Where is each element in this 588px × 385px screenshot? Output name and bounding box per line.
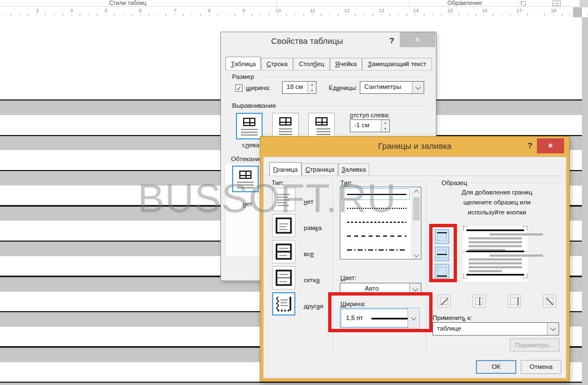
scrollbar-thumb[interactable] — [413, 197, 420, 221]
annotation-highlight-width — [328, 292, 433, 332]
help-icon[interactable]: ? — [389, 36, 394, 45]
dialog-launcher-icon[interactable] — [521, 1, 526, 6]
window-corner — [580, 0, 588, 6]
border-grid-icon — [275, 269, 292, 286]
cancel-button[interactable]: Отмена — [521, 360, 561, 374]
tab-page-edge — [225, 70, 433, 71]
preview-text-line — [469, 262, 522, 264]
scroll-down-button[interactable] — [412, 250, 421, 259]
tab-column[interactable]: Столбец — [293, 58, 330, 70]
ribbon-separator — [518, 0, 519, 6]
listbox-scrollbar[interactable] — [411, 187, 421, 259]
apply-to-label: Применить к: — [433, 314, 472, 321]
tab-table[interactable]: Таблица — [225, 57, 261, 70]
dotted-line-sample — [347, 208, 406, 209]
wrapping-group-label: Обтекание — [231, 156, 263, 162]
tab-row[interactable]: Строка — [261, 58, 293, 70]
setting-all-button[interactable] — [272, 240, 295, 263]
line-style-dotted[interactable] — [340, 201, 421, 215]
chevron-down-icon — [413, 286, 418, 291]
text-lines-icon — [241, 129, 258, 137]
diagonal-down-border-button[interactable] — [543, 294, 556, 308]
preview-group-label: Образец — [441, 179, 467, 186]
inside-vertical-icon — [479, 297, 480, 306]
spin-down-icon[interactable]: ▼ — [308, 89, 316, 92]
ruler-number: 12 — [343, 8, 351, 13]
text-lines-icon — [237, 182, 254, 190]
ruler-number: 4 — [68, 8, 76, 13]
diagonal-up-border-button[interactable] — [438, 294, 451, 308]
close-icon[interactable]: × — [537, 138, 564, 153]
help-icon[interactable]: ? — [527, 141, 532, 150]
close-icon[interactable]: × — [400, 32, 435, 47]
preview-instruction-line2: щелкните образец или — [433, 199, 561, 206]
align-left-button[interactable] — [236, 113, 263, 139]
color-value: Авто — [365, 285, 379, 292]
line-style-dash[interactable] — [340, 229, 421, 243]
wrap-none-button[interactable] — [232, 166, 259, 192]
right-border-button[interactable] — [507, 294, 521, 308]
width-spinner[interactable]: 18 см ▲▼ — [282, 81, 316, 94]
ruler-number: 3 — [33, 8, 41, 13]
line-style-solid[interactable] — [340, 187, 421, 201]
dotted-box-icon — [510, 297, 518, 305]
border-box-icon — [275, 217, 292, 234]
apply-to-dropdown[interactable]: таблице — [433, 322, 559, 336]
scroll-up-button[interactable] — [412, 187, 421, 196]
preview-text-line — [469, 258, 522, 261]
preview-inside-border[interactable] — [466, 251, 524, 252]
indent-label: отступ слева: — [350, 112, 390, 118]
dialog-body: Граница Страница Заливка Тип: нет рамка — [263, 157, 566, 378]
setting-custom-label: другая — [304, 303, 323, 309]
group-line — [470, 183, 562, 183]
setting-box-button[interactable] — [272, 214, 295, 237]
setting-none-button[interactable] — [272, 188, 295, 211]
border-custom-icon — [275, 296, 292, 312]
spinner-arrows[interactable]: ▲▼ — [308, 82, 316, 93]
preview-bottom-border[interactable] — [466, 274, 524, 276]
border-preview[interactable] — [463, 226, 527, 282]
tab-border[interactable]: Граница — [269, 162, 301, 176]
spin-up-icon[interactable]: ▲ — [308, 83, 316, 86]
ruler-number: 9 — [240, 8, 248, 13]
ruler-number: 14 — [412, 8, 420, 13]
ok-button[interactable]: ОК — [476, 360, 516, 374]
tab-bar: Таблица Строка Столбец Ячейка Замещающий… — [225, 58, 434, 70]
setting-grid-button[interactable] — [272, 266, 295, 289]
table-align-left-icon — [243, 118, 255, 126]
preview-instruction-line3: используйте кнопки — [433, 209, 561, 216]
setting-custom-button[interactable] — [272, 292, 295, 316]
preview-text-line — [469, 241, 522, 243]
align-right-button[interactable] — [308, 113, 335, 139]
tab-shading[interactable]: Заливка — [338, 163, 369, 176]
width-checkbox[interactable]: ✓ — [235, 84, 243, 92]
spin-up-icon[interactable]: ▲ — [381, 121, 389, 124]
ruler-number: 6 — [137, 8, 144, 13]
horizontal-ruler[interactable]: 3 4 5 6 7 8 9 10 11 12 13 14 15 16 17 18 — [0, 7, 588, 17]
line-style-fine-dash[interactable] — [340, 215, 421, 229]
table-wrap-none-icon — [239, 171, 252, 179]
text-lines-icon — [316, 128, 330, 137]
indent-spinner[interactable]: -1 см ▲▼ — [350, 119, 390, 132]
tab-page[interactable]: Страница — [301, 163, 338, 176]
border-all-icon — [275, 243, 292, 260]
dropdown-arrow-button[interactable] — [547, 323, 559, 335]
options-button[interactable]: Параметры... — [510, 338, 560, 352]
ruler-number: 10 — [274, 8, 282, 13]
inside-vertical-border-button[interactable] — [473, 294, 486, 308]
tab-cell[interactable]: Ячейка — [330, 58, 362, 70]
dash-line-sample — [347, 236, 406, 237]
align-center-button[interactable] — [272, 113, 299, 139]
spinner-arrows[interactable]: ▲▼ — [381, 120, 389, 132]
line-style-listbox[interactable] — [340, 187, 421, 259]
dropdown-arrow-button[interactable] — [412, 82, 424, 93]
line-style-dash-dot[interactable] — [340, 243, 421, 257]
spin-down-icon[interactable]: ▼ — [381, 127, 389, 131]
ruler-number: 7 — [171, 8, 179, 13]
setting-none-label: нет — [304, 198, 314, 205]
tab-alt-text[interactable]: Замещающий текст — [362, 58, 432, 70]
style-column-label: Тип: — [340, 179, 353, 186]
units-dropdown[interactable]: Сантиметры — [360, 81, 424, 94]
preview-top-border[interactable] — [466, 229, 524, 231]
wrap-none-caption: нет — [243, 201, 253, 207]
